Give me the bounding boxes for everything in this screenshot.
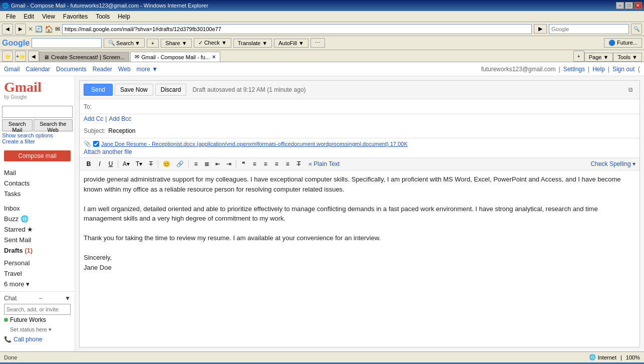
- nav-calendar[interactable]: Calendar: [26, 66, 50, 73]
- nav-gmail[interactable]: Gmail: [4, 66, 20, 73]
- sidebar-item-mail[interactable]: Mail: [0, 167, 75, 178]
- tab-close-button[interactable]: ✕: [212, 54, 216, 60]
- prev-tab-button[interactable]: ◀: [28, 51, 39, 62]
- page-button[interactable]: Page ▼: [584, 53, 613, 62]
- toolbar-share[interactable]: Share ▼: [161, 39, 191, 48]
- save-now-button[interactable]: Save Now: [115, 84, 153, 96]
- align-justify-button[interactable]: ≡: [282, 159, 292, 169]
- align-center-button[interactable]: ≡: [260, 159, 270, 169]
- search-input[interactable]: [2, 106, 73, 118]
- toolbar-translate[interactable]: Translate ▼: [233, 39, 272, 48]
- tools-button[interactable]: Tools ▼: [613, 53, 642, 62]
- plain-text-link[interactable]: « Plain Text: [308, 160, 340, 167]
- unordered-list-button[interactable]: ≣: [202, 159, 212, 169]
- sidebar-item-inbox[interactable]: Inbox: [0, 203, 75, 214]
- email-body[interactable]: provide general administrative support f…: [80, 170, 639, 347]
- blockquote-button[interactable]: ❝: [238, 159, 248, 169]
- toolbar-more[interactable]: ⋯: [310, 38, 325, 48]
- menu-help[interactable]: Help: [114, 12, 134, 21]
- sidebar-item-drafts[interactable]: Drafts (1): [0, 245, 75, 256]
- subject-input[interactable]: [107, 126, 635, 135]
- add-cc-link[interactable]: Add Cc: [84, 115, 103, 122]
- attachment-checkbox[interactable]: [93, 141, 99, 147]
- menu-tools[interactable]: Tools: [92, 12, 114, 21]
- sidebar-item-travel[interactable]: Travel: [0, 268, 75, 279]
- settings-link[interactable]: Settings: [563, 66, 585, 73]
- toolbar-extra1[interactable]: +: [147, 39, 159, 48]
- call-phone-button[interactable]: 📞 Call phone: [4, 334, 71, 344]
- nav-web[interactable]: Web: [118, 66, 130, 73]
- add-bcc-link[interactable]: Add Bcc: [109, 115, 131, 122]
- favorites-button[interactable]: ⭐: [2, 51, 13, 62]
- sidebar-item-personal[interactable]: Personal: [0, 258, 75, 268]
- send-button[interactable]: Send: [84, 84, 113, 96]
- check-spelling-button[interactable]: Check Spelling ▾: [591, 160, 635, 167]
- address-input[interactable]: [62, 24, 532, 34]
- google-toolbar-search-input[interactable]: [32, 38, 102, 48]
- set-status-row[interactable]: Set status here ▾: [4, 325, 71, 334]
- sidebar-item-buzz[interactable]: Buzz 🌐: [0, 214, 75, 224]
- menu-favorites[interactable]: Favorites: [59, 12, 92, 21]
- underline-button[interactable]: U: [106, 159, 116, 169]
- sidebar-item-starred[interactable]: Starred ★: [0, 224, 75, 235]
- home-icon[interactable]: 🏠: [45, 25, 53, 33]
- close-button[interactable]: ✕: [634, 2, 642, 9]
- refresh-icon[interactable]: 🔄: [35, 26, 43, 33]
- nav-more[interactable]: more ▼: [137, 66, 158, 73]
- add-favorites-button[interactable]: +⭐: [15, 51, 26, 62]
- indent-right-button[interactable]: ⇥: [224, 159, 234, 169]
- sidebar-item-tasks[interactable]: Tasks: [0, 189, 75, 199]
- tab-screencast[interactable]: 🖥 Create Screencast! | Screen...: [39, 52, 129, 62]
- italic-button[interactable]: I: [95, 159, 105, 169]
- search-web-button[interactable]: Search the Web: [34, 119, 73, 131]
- chat-collapse-icon[interactable]: −: [39, 295, 43, 302]
- font-color-button[interactable]: A▾: [120, 159, 132, 169]
- back-button[interactable]: ◀: [2, 24, 13, 35]
- nav-documents[interactable]: Documents: [56, 66, 87, 73]
- toolbar-account[interactable]: 🔵 Future...: [604, 38, 642, 48]
- google-search-button[interactable]: 🔍 Search ▼: [104, 38, 145, 48]
- sidebar-item-more[interactable]: 6 more ▾: [0, 279, 75, 289]
- minimize-button[interactable]: −: [616, 2, 624, 9]
- browser-search-input[interactable]: [549, 24, 629, 34]
- sign-out-link[interactable]: Sign out: [612, 66, 634, 73]
- strikethrough-button[interactable]: T: [146, 159, 156, 169]
- menu-view[interactable]: View: [38, 12, 59, 21]
- toolbar-check[interactable]: ✓ Check ▼: [194, 38, 231, 48]
- font-size-button[interactable]: T▾: [133, 159, 145, 169]
- bold-button[interactable]: B: [84, 159, 94, 169]
- maximize-button[interactable]: □: [625, 2, 633, 9]
- indent-left-button[interactable]: ⇤: [213, 159, 223, 169]
- compose-mail-button[interactable]: Compose mail: [4, 150, 71, 161]
- align-left-button[interactable]: ≡: [249, 159, 259, 169]
- toolbar-autofill[interactable]: AutoFill ▼: [274, 39, 308, 48]
- help-link[interactable]: Help: [592, 66, 605, 73]
- remove-format-button[interactable]: T̶: [293, 159, 303, 169]
- attachment-link[interactable]: Jane Doe Resume - Receptionist.docx (app…: [101, 141, 408, 147]
- align-right-button[interactable]: ≡: [271, 159, 281, 169]
- link-button[interactable]: 🔗: [174, 159, 186, 169]
- new-tab-button[interactable]: +: [573, 51, 584, 62]
- discard-button[interactable]: Discard: [155, 84, 187, 96]
- title-bar-controls[interactable]: − □ ✕: [616, 2, 642, 9]
- show-search-options-link[interactable]: Show search options: [2, 132, 73, 138]
- sidebar-item-sent[interactable]: Sent Mail: [0, 235, 75, 245]
- menu-file[interactable]: File: [2, 12, 20, 21]
- create-filter-link[interactable]: Create a filter: [2, 138, 73, 144]
- go-button[interactable]: ▶: [534, 24, 547, 34]
- browser-search-button[interactable]: 🔍: [631, 24, 642, 35]
- to-input[interactable]: [94, 102, 635, 111]
- attach-another-link[interactable]: Attach another file: [84, 148, 132, 155]
- sidebar-item-contacts[interactable]: Contacts: [0, 178, 75, 189]
- nav-reader[interactable]: Reader: [93, 66, 112, 73]
- menu-edit[interactable]: Edit: [20, 12, 38, 21]
- forward-button[interactable]: ▶: [15, 24, 26, 35]
- search-mail-button[interactable]: Search Mail: [2, 119, 33, 131]
- sidebar-toggle-icon[interactable]: ⟨: [637, 65, 640, 73]
- chat-settings-icon[interactable]: ▼: [65, 295, 71, 302]
- emoji-button[interactable]: 😊: [160, 159, 173, 169]
- chat-search-input[interactable]: [4, 304, 71, 315]
- tab-gmail[interactable]: ✉ Gmail - Compose Mail - fu... ✕: [130, 52, 220, 62]
- ordered-list-button[interactable]: ≡: [191, 159, 201, 169]
- expand-icon[interactable]: ⧉: [625, 85, 635, 95]
